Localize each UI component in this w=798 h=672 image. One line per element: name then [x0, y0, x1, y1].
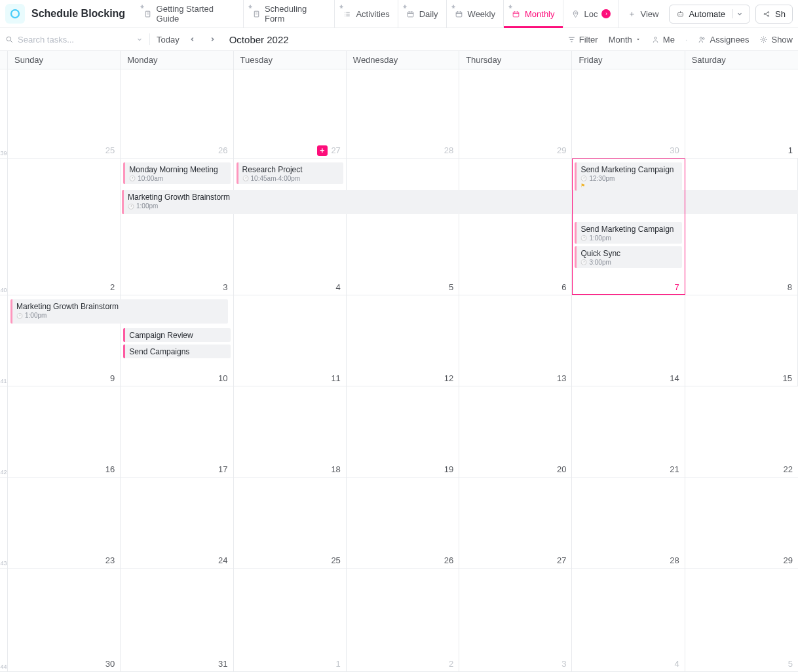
share-button[interactable]: Sh	[755, 5, 793, 24]
calendar-cell[interactable]: 22	[685, 386, 798, 477]
event-time: 1:00pm	[128, 202, 797, 210]
assignees-filter[interactable]: Assignees	[698, 35, 749, 45]
workspace-logo[interactable]	[5, 4, 25, 24]
chevron-right-icon	[209, 36, 216, 43]
calendar-cell[interactable]: 6	[459, 159, 572, 295]
tab-loc[interactable]: Loc›	[563, 0, 619, 28]
period-select[interactable]: Month	[609, 35, 641, 45]
calendar-cell[interactable]: 30	[8, 569, 121, 671]
tab-label: Weekly	[468, 9, 495, 19]
calendar-cell[interactable]: 29	[685, 477, 798, 568]
calendar-cell[interactable]: 30	[572, 67, 685, 158]
calendar-cell[interactable]: 25	[234, 477, 347, 568]
add-event-button[interactable]: +	[317, 145, 328, 156]
tab-weekly[interactable]: Weekly	[446, 0, 503, 28]
calendar-cell[interactable]: 1	[685, 67, 798, 158]
svg-point-40	[763, 38, 765, 40]
date-number: 27	[557, 555, 566, 565]
doc-icon	[143, 9, 152, 18]
automate-button[interactable]: Automate	[669, 5, 750, 24]
calendar-cell[interactable]: 2	[8, 159, 121, 295]
calendar-cell[interactable]: 19	[347, 386, 459, 477]
calendar-event[interactable]: Quick Sync3:00pm	[575, 246, 681, 268]
calendar-cell[interactable]: 11	[234, 295, 347, 386]
tab-activities[interactable]: Activities	[334, 0, 397, 28]
calendar-cell[interactable]: 8	[685, 159, 798, 295]
date-number: 2	[110, 282, 115, 292]
tab-view[interactable]: View	[618, 0, 666, 28]
tab-daily[interactable]: Daily	[398, 0, 446, 28]
calendar-cell[interactable]: 15	[685, 295, 798, 386]
calendar-cell[interactable]: 21	[572, 386, 685, 477]
calendar-cell[interactable]: 23	[8, 477, 121, 568]
tab-scheduling-form[interactable]: Scheduling Form	[243, 0, 334, 28]
calendar-cell[interactable]: 27	[459, 477, 572, 568]
calendar-cell[interactable]: 4	[572, 569, 685, 671]
cell-events: Send Marketing Campaign12:30pm⚑Send Mark…	[572, 159, 684, 268]
cell-events: Research Project10:45am-4:00pm	[234, 159, 346, 184]
date-number: 2	[449, 659, 453, 669]
event-title: Send Marketing Campaign	[580, 225, 677, 234]
filter-button[interactable]: Filter	[567, 35, 598, 45]
calendar-cell[interactable]: 18	[234, 386, 347, 477]
tab-monthly[interactable]: Monthly	[503, 0, 563, 28]
tab-label: Daily	[419, 9, 438, 19]
calendar-cell[interactable]: 5	[685, 569, 798, 671]
pin-icon	[508, 4, 513, 9]
calendar-cell[interactable]: Research Project10:45am-4:00pm4	[234, 159, 347, 295]
calendar-event[interactable]: Send Campaigns	[123, 345, 230, 358]
day-header: Wednesday	[347, 51, 459, 69]
svg-point-38	[700, 37, 702, 39]
calendar-event[interactable]: Monday Morning Meeting10:00am	[123, 162, 230, 184]
tab-getting-started-guide[interactable]: Getting Started Guide	[136, 0, 243, 28]
date-number: 26	[444, 555, 453, 565]
calendar-cell[interactable]: Monday Morning Meeting10:00am3	[121, 159, 233, 295]
calendar-cell[interactable]: 3	[459, 569, 572, 671]
calendar-cell[interactable]: 28	[572, 477, 685, 568]
calendar-event-span[interactable]: Marketing Growth Brainstorm1:00pm	[10, 299, 228, 324]
caret-down-icon	[636, 37, 641, 42]
calendar: SundayMondayTuesdayWednesdayThursdayFrid…	[0, 51, 798, 672]
calendar-cell[interactable]: 17	[121, 386, 233, 477]
calendar-cell[interactable]: 26	[121, 67, 233, 158]
calendar-cell[interactable]: 29	[459, 67, 572, 158]
calendar-cell[interactable]: 5	[347, 159, 459, 295]
prev-month-button[interactable]	[186, 33, 199, 46]
calendar-cell[interactable]: 1	[234, 569, 347, 671]
svg-point-29	[679, 14, 680, 14]
calendar-cell[interactable]: 31	[121, 569, 233, 671]
search-input[interactable]	[18, 35, 132, 45]
date-number: 11	[331, 373, 340, 383]
date-number: 3	[561, 659, 566, 669]
calendar-icon	[406, 9, 415, 18]
tab-label: Loc	[584, 9, 598, 19]
calendar-cell[interactable]: 2	[347, 569, 459, 671]
calendar-event[interactable]: Campaign Review	[123, 328, 230, 342]
svg-point-25	[575, 12, 576, 13]
calendar-cell[interactable]: 20	[459, 386, 572, 477]
calendar-event[interactable]: Send Marketing Campaign12:30pm⚑	[575, 162, 681, 191]
calendar-cell[interactable]: 26	[347, 477, 459, 568]
calendar-cell[interactable]: 24	[121, 477, 233, 568]
calendar-cell[interactable]: 13	[459, 295, 572, 386]
me-filter[interactable]: Me	[651, 35, 675, 45]
show-button[interactable]: Show	[759, 35, 793, 45]
header-actions: Automate Sh	[669, 5, 793, 24]
calendar-event[interactable]: Research Project10:45am-4:00pm	[237, 162, 343, 184]
chevron-down-icon[interactable]	[136, 36, 143, 43]
calendar-event[interactable]: Send Marketing Campaign1:00pm	[575, 222, 681, 244]
next-month-button[interactable]	[206, 33, 219, 46]
calendar-cell[interactable]: Send Marketing Campaign12:30pm⚑Send Mark…	[572, 159, 685, 295]
calendar-cell[interactable]: 14	[572, 295, 685, 386]
date-number: 28	[670, 555, 679, 565]
cell-events: Monday Morning Meeting10:00am	[121, 159, 233, 184]
calendar-cell[interactable]: 25	[8, 67, 121, 158]
calendar-cell[interactable]: 12	[347, 295, 459, 386]
date-number: 22	[784, 464, 793, 474]
calendar-cell[interactable]: 27+	[234, 67, 347, 158]
calendar-cell[interactable]: 16	[8, 386, 121, 477]
event-time: 1:00pm	[580, 234, 677, 242]
calendar-cell[interactable]: 28	[347, 67, 459, 158]
today-button[interactable]: Today	[157, 35, 180, 45]
calendar-event-span[interactable]: Marketing Growth Brainstorm1:00pm	[122, 190, 798, 214]
